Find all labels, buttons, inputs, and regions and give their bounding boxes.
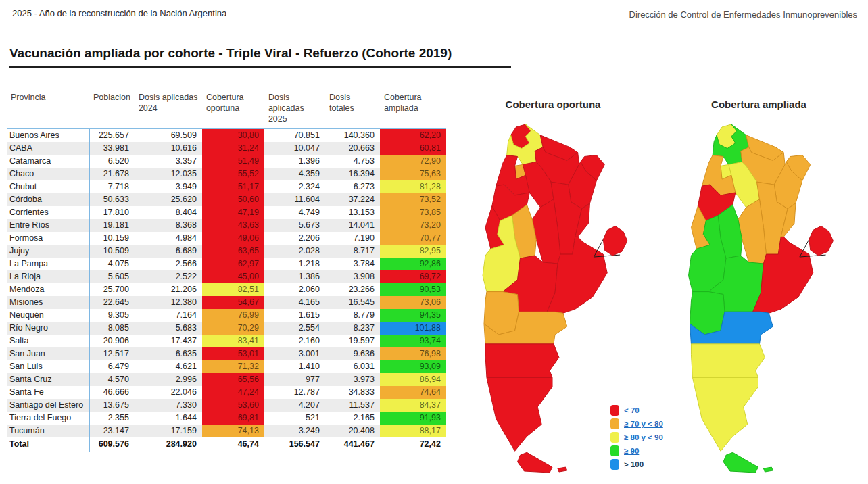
- province-Chubut[interactable]: [485, 344, 559, 378]
- table-row[interactable]: San Juan12.5176.63553,013.0019.63676,98: [7, 347, 446, 360]
- table-row[interactable]: Neuquén9.3057.16476,991.6158.77994,35: [7, 309, 446, 322]
- cell: 17.159: [135, 425, 202, 437]
- cell: 74,13: [202, 425, 264, 437]
- cell: 8.237: [325, 322, 380, 335]
- cell: 50,60: [202, 193, 264, 206]
- legend-item[interactable]: < 70: [610, 404, 663, 417]
- province-name: Mendoza: [7, 283, 89, 296]
- cell: 7.190: [325, 232, 380, 245]
- province-name: Entre Ríos: [7, 219, 89, 232]
- cell: 5.673: [264, 219, 325, 232]
- column-header-4[interactable]: Dosis aplicadas 2025: [264, 91, 325, 129]
- column-header-0[interactable]: Provincia: [7, 91, 89, 129]
- cell: 11.604: [264, 193, 325, 206]
- table-row[interactable]: Río Negro8.0855.68370,292.5548.237101,88: [7, 322, 446, 335]
- table-row[interactable]: Tucumán23.14717.15974,133.24920.40888,17: [7, 425, 446, 437]
- cell: 12.517: [89, 347, 135, 360]
- table-row[interactable]: Santa Fe46.66622.04647,2412.78734.83374,…: [7, 386, 446, 399]
- column-header-3[interactable]: Cobertura oportuna: [202, 91, 264, 129]
- table-row[interactable]: Salta20.90617.43783,412.16019.59793,74: [7, 335, 446, 347]
- province-CABA-callout[interactable]: [809, 226, 834, 256]
- cell: 9.636: [325, 347, 380, 360]
- province-name: La Pampa: [7, 258, 89, 270]
- cell: 21.206: [135, 283, 202, 296]
- legend-color-chip: [610, 459, 619, 470]
- table-footer: Total609.576284.92046,74156.547441.46772…: [7, 437, 446, 452]
- legend-item[interactable]: ≥ 90: [610, 444, 663, 458]
- province-name: Santa Fe: [7, 386, 89, 399]
- cell: 2.566: [135, 258, 202, 270]
- cell: 9.305: [89, 309, 135, 322]
- column-header-2[interactable]: Dosis aplicadas 2024: [135, 91, 202, 129]
- province-Santa Cruz[interactable]: [692, 377, 758, 451]
- cell: 90,53: [380, 283, 446, 296]
- legend-item[interactable]: ≥ 70 y < 80: [610, 417, 663, 431]
- table-row[interactable]: Córdoba50.63325.62050,6011.60437.22473,5…: [7, 193, 446, 206]
- cell: 46.666: [89, 386, 135, 399]
- cell: 22.046: [135, 386, 202, 399]
- table-row[interactable]: Jujuy10.5096.68963,652.0288.71782,95: [7, 245, 446, 258]
- cell: 1.410: [264, 360, 325, 373]
- cell: 25.620: [135, 193, 202, 206]
- table-row[interactable]: Mendoza25.70021.20682,512.06023.26690,53: [7, 283, 446, 296]
- cell: 73,52: [380, 193, 446, 206]
- province-Santa Cruz[interactable]: [487, 377, 552, 451]
- province-Chubut[interactable]: [691, 344, 765, 378]
- cell: 62,97: [202, 258, 264, 270]
- column-header-1[interactable]: Poblacion: [89, 91, 135, 129]
- total-cell: 441.467: [325, 437, 380, 452]
- cell: 45,00: [202, 270, 264, 283]
- cell: 2.165: [325, 412, 380, 425]
- cell: 3.357: [135, 155, 202, 168]
- table-row[interactable]: Santiago del Estero13.6757.33053,604.207…: [7, 399, 446, 412]
- column-header-6[interactable]: Cobertura ampliada: [380, 91, 446, 129]
- cell: 92,86: [380, 258, 446, 270]
- table-row[interactable]: Chaco21.67812.03555,524.35916.39475,63: [7, 168, 446, 180]
- province-name: Santa Cruz: [7, 373, 89, 386]
- cell: 33.981: [89, 142, 135, 155]
- cell: 53,01: [202, 347, 264, 360]
- cell: 12.787: [264, 386, 325, 399]
- cell: 1.615: [264, 309, 325, 322]
- cell: 50.633: [89, 193, 135, 206]
- fiscal-year-motto: 2025 - Año de la reconstrucción de la Na…: [12, 8, 226, 18]
- province-Tierra del Fuego-islet[interactable]: [763, 467, 773, 472]
- table-row[interactable]: CABA33.98110.61631,2410.04720.66360,81: [7, 142, 446, 155]
- table-header: ProvinciaPoblacionDosis aplicadas 2024Co…: [7, 91, 446, 129]
- cell: 13.153: [325, 206, 380, 219]
- cell: 12.380: [135, 296, 202, 309]
- legend-item[interactable]: ≥ 80 y < 90: [610, 431, 663, 444]
- table-row[interactable]: La Rioja5.6052.52245,001.3863.90869,72: [7, 270, 446, 283]
- table-row[interactable]: Misiones22.64512.38054,674.16516.54573,0…: [7, 296, 446, 309]
- province-Tierra del Fuego-islet[interactable]: [558, 467, 567, 472]
- province-CABA-callout[interactable]: [603, 226, 627, 256]
- table-row[interactable]: Santa Cruz4.5702.99665,569773.97386,94: [7, 373, 446, 386]
- column-header-5[interactable]: Dosis totales: [325, 91, 380, 129]
- cell: 69,72: [380, 270, 446, 283]
- table-row[interactable]: La Pampa4.0752.56662,971.2183.78492,86: [7, 258, 446, 270]
- map-title-oportuna: Cobertura oportuna: [475, 99, 631, 110]
- table-row[interactable]: Corrientes17.8108.40447,194.74913.15373,…: [7, 206, 446, 219]
- province-Tierra del Fuego[interactable]: [723, 452, 758, 473]
- table-row[interactable]: Chubut7.7183.94951,172.3246.27381,28: [7, 180, 446, 193]
- cell: 71,32: [202, 360, 264, 373]
- cell: 74,64: [380, 386, 446, 399]
- cell: 12.035: [135, 168, 202, 180]
- total-cell: 609.576: [89, 437, 135, 452]
- table-row[interactable]: San Luis6.4794.62171,321.4106.03193,09: [7, 360, 446, 373]
- legend-item[interactable]: > 100: [610, 458, 663, 471]
- province-Tierra del Fuego[interactable]: [518, 452, 553, 473]
- table-row[interactable]: Tierra del Fuego2.3551.64469,815212.1659…: [7, 412, 446, 425]
- table-row[interactable]: Catamarca6.5203.35751,491.3964.75372,90: [7, 155, 446, 168]
- table-row[interactable]: Buenos Aires225.65769.50930,8070.851140.…: [7, 129, 446, 143]
- cell: 4.753: [325, 155, 380, 168]
- cell: 17.810: [89, 206, 135, 219]
- cell: 69.509: [135, 129, 202, 143]
- table-row[interactable]: Entre Ríos19.1818.36843,635.67314.04173,…: [7, 219, 446, 232]
- province-name: Formosa: [7, 232, 89, 245]
- cell: 70,29: [202, 322, 264, 335]
- cell: 19.597: [325, 335, 380, 347]
- table-row[interactable]: Formosa10.1594.98449,062.2067.19070,77: [7, 232, 446, 245]
- map-title-ampliada: Cobertura ampliada: [676, 99, 842, 110]
- province-name: Buenos Aires: [7, 129, 89, 143]
